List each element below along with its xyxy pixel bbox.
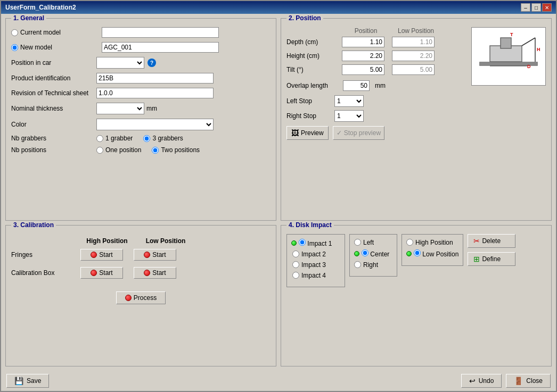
undo-button[interactable]: ↩ Undo [461,374,502,388]
one-position-radio[interactable] [96,147,103,154]
disk-impact-content: Impact 1 Impact 2 Impact 3 Impact 4 [286,234,546,361]
close-footer-button[interactable]: 🚪 Close [506,374,551,388]
current-model-radio[interactable] [11,29,18,36]
preview-label: Preview [301,129,324,137]
high-position-label[interactable]: High Position [415,239,453,246]
center-item[interactable]: Center [354,249,392,258]
depth-input[interactable] [342,37,384,47]
one-position-radio-label[interactable]: One position [96,146,141,154]
define-icon: ⊞ [473,255,480,263]
color-label: Color [11,121,96,128]
new-model-radio[interactable] [11,44,18,51]
right-label[interactable]: Right [363,261,378,269]
grabber3-radio-label[interactable]: 3 grabbers [143,135,183,142]
left-label[interactable]: Left [363,239,374,246]
nominal-thickness-label: Nominal thickness [11,105,96,112]
impact3-radio[interactable] [292,261,299,268]
cal-box-low-dot [144,270,150,276]
grabber1-radio[interactable] [96,135,103,142]
close-button[interactable]: ✕ [542,3,552,12]
impact2-radio[interactable] [292,251,299,257]
minimize-button[interactable]: – [521,3,530,12]
two-positions-radio-label[interactable]: Two positions [152,146,200,154]
new-model-radio-label[interactable]: New model [11,44,102,51]
tilt-low-input[interactable] [392,64,435,75]
grabber1-radio-label[interactable]: 1 grabber [96,135,133,142]
nominal-thickness-row: Nominal thickness mm [11,103,271,114]
fringes-low-start-label: Start [152,251,166,258]
right-stop-select[interactable]: 123 [334,110,364,122]
position-left: Position Low Position Depth (cm) Height … [286,27,467,140]
new-model-row: New model [11,42,271,53]
fringes-label: Fringes [11,251,80,258]
position-in-car-select[interactable] [96,57,144,69]
low-position-label[interactable]: Low Position [414,249,458,258]
low-position-radio[interactable] [414,249,421,256]
left-radio[interactable] [354,239,361,246]
right-item[interactable]: Right [354,261,392,269]
preview-button[interactable]: 🖼 Preview [286,126,329,140]
impact1-radio[interactable] [299,239,306,246]
define-button[interactable]: ⊞ Define [468,252,515,266]
impact-list-box: Impact 1 Impact 2 Impact 3 Impact 4 [286,234,345,287]
height-input[interactable] [342,51,384,61]
impact1-item[interactable]: Impact 1 [291,239,340,247]
current-model-input[interactable] [102,27,219,38]
process-button[interactable]: Process [116,291,166,304]
save-button[interactable]: 💾 Save [6,374,49,388]
delete-button[interactable]: ✂ Delete [468,234,515,248]
color-select[interactable] [96,119,214,130]
new-model-label: New model [20,44,52,51]
preview-buttons: 🖼 Preview ✓ Stop preview [286,126,467,140]
high-position-radio[interactable] [406,239,413,246]
impact1-label[interactable]: Impact 1 [299,239,332,247]
impact3-label[interactable]: Impact 3 [301,261,326,269]
revision-input[interactable] [96,88,214,98]
left-item[interactable]: Left [354,239,392,246]
color-row: Color [11,119,271,130]
impact3-item[interactable]: Impact 3 [291,261,340,269]
overlap-unit: mm [375,82,386,89]
current-model-radio-label[interactable]: Current model [11,29,102,36]
left-stop-select[interactable]: 123 [334,95,364,107]
right-radio[interactable] [354,261,361,268]
overlap-row: Overlap length mm [286,80,467,91]
one-position-label: One position [105,146,141,154]
product-id-input[interactable] [96,73,214,84]
impact1-dot [291,240,297,246]
impact4-label[interactable]: Impact 4 [301,272,326,279]
maximize-button[interactable]: □ [531,3,541,12]
fringes-high-start-button[interactable]: Start [80,249,123,261]
center-label[interactable]: Center [362,249,389,258]
fringes-low-start-button[interactable]: Start [134,249,176,261]
info-icon[interactable]: ? [148,59,156,67]
cal-box-high-start-button[interactable]: Start [80,267,123,279]
high-position-item[interactable]: High Position [406,239,458,246]
nominal-thickness-unit: mm [146,105,157,112]
tilt-input[interactable] [342,64,384,75]
grabber3-radio[interactable] [143,135,150,142]
two-positions-radio[interactable] [152,147,159,154]
stop-preview-button[interactable]: ✓ Stop preview [333,126,384,140]
impact2-item[interactable]: Impact 2 [291,251,340,258]
depth-low-input[interactable] [392,37,435,47]
low-position-dot [406,251,412,256]
impact4-item[interactable]: Impact 4 [291,272,340,279]
center-radio[interactable] [362,249,368,256]
impact4-radio[interactable] [292,272,299,279]
height-low-input[interactable] [392,51,435,61]
undo-icon: ↩ [469,377,476,385]
nominal-thickness-select[interactable] [96,103,144,114]
product-id-row: Product identification [11,73,271,84]
new-model-input[interactable] [102,42,219,53]
nb-positions-label: Nb positions [11,146,96,154]
cal-box-low-start-button[interactable]: Start [134,267,176,279]
low-position-item[interactable]: Low Position [406,249,458,258]
depth-row: Depth (cm) [286,37,467,47]
grabber1-label: 1 grabber [105,135,133,142]
process-label: Process [134,294,157,302]
section-calibration: 3. Calibration High Position Low Positio… [5,225,276,367]
overlap-input[interactable] [343,80,370,91]
disk-position-box: High Position Low Position [402,234,463,266]
impact2-label[interactable]: Impact 2 [301,251,326,258]
